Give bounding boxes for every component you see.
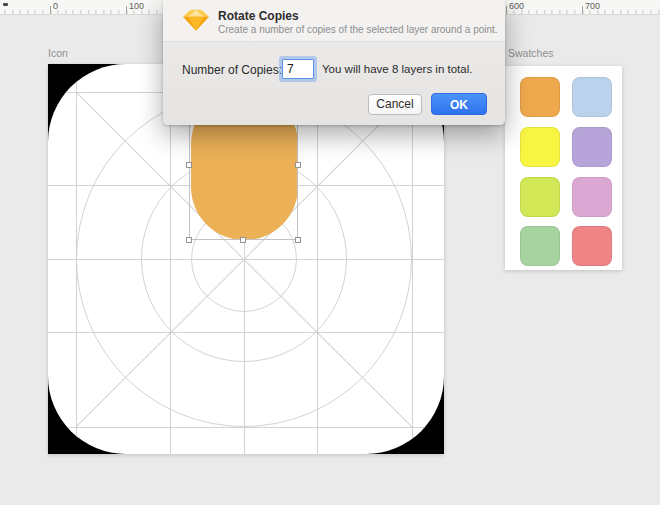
number-of-copies-label: Number of Copies: xyxy=(182,63,282,77)
swatch-green[interactable] xyxy=(520,226,560,266)
ruler-major-tick xyxy=(582,6,583,14)
grid-line-horizontal xyxy=(48,427,444,428)
selection-handle-mid-left[interactable] xyxy=(186,162,192,168)
ruler-major-tick xyxy=(50,6,51,14)
swatch-purple[interactable] xyxy=(572,127,612,167)
selection-handle-bottom-center[interactable] xyxy=(240,237,246,243)
cancel-button[interactable]: Cancel xyxy=(368,94,422,115)
ok-button[interactable]: OK xyxy=(431,93,487,115)
rotate-copies-dialog: Rotate Copies Create a number of copies … xyxy=(163,0,505,125)
ruler-origin-marker xyxy=(3,3,8,6)
swatch-red[interactable] xyxy=(572,226,612,266)
swatch-chartreuse[interactable] xyxy=(520,177,560,217)
number-of-copies-input[interactable] xyxy=(282,59,314,79)
swatches-artboard xyxy=(505,66,622,270)
selection-handle-mid-right[interactable] xyxy=(295,162,301,168)
artboard-title-swatches[interactable]: Swatches xyxy=(508,47,554,59)
swatch-yellow[interactable] xyxy=(520,127,560,167)
selection-handle-bottom-left[interactable] xyxy=(186,237,192,243)
ruler-major-tick xyxy=(506,6,507,14)
dialog-title: Rotate Copies xyxy=(218,9,299,23)
layers-total-hint: You will have 8 layers in total. xyxy=(322,63,472,75)
dialog-header: Rotate Copies Create a number of copies … xyxy=(163,0,505,42)
swatch-pink[interactable] xyxy=(572,177,612,217)
artboard-title-icon[interactable]: Icon xyxy=(48,47,68,59)
ruler-label-700: 700 xyxy=(585,1,600,11)
ruler-major-tick xyxy=(126,6,127,14)
swatch-blue[interactable] xyxy=(572,77,612,117)
swatch-orange[interactable] xyxy=(520,77,560,117)
ruler-label-0: 0 xyxy=(53,1,58,11)
selection-handle-bottom-right[interactable] xyxy=(295,237,301,243)
sketch-logo-icon xyxy=(183,8,209,32)
ruler-label-600: 600 xyxy=(509,1,524,11)
dialog-description: Create a number of copies of the selecte… xyxy=(218,24,498,35)
ruler-label-100: 100 xyxy=(129,1,144,11)
